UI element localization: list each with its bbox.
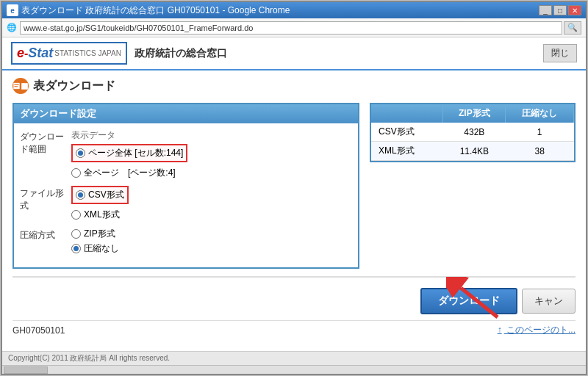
format-options: CSV形式 XML形式 (71, 186, 352, 223)
site-header: e - Stat STATISTICS JAPAN 政府統計の総合窓口 閉じ (2, 37, 586, 70)
page-top-text: このページのト... (506, 325, 576, 335)
size-col-type (371, 104, 443, 123)
button-row: ダウンロード キャン (12, 285, 576, 317)
page-top-link[interactable]: ↑ このページのト... (498, 324, 576, 336)
format-option1[interactable]: CSV形式 (71, 186, 129, 204)
address-input[interactable] (20, 21, 562, 35)
range-row: ダウンロード範囲 表示データ ページ全体 [セル数:144] 全ページ [ページ… (20, 129, 352, 181)
format-row: ファイル形式 CSV形式 XML形式 (20, 186, 352, 223)
scrollbar-thumb[interactable] (4, 366, 48, 374)
main-columns: ダウンロード設定 ダウンロード範囲 表示データ ページ全体 [セル数:144] (12, 103, 576, 269)
size-zip-csv: 432B (443, 123, 506, 142)
logo-stat: Stat (28, 46, 53, 61)
browser-icon: e (7, 4, 18, 16)
size-table: ZIP形式 圧縮なし CSV形式 432B 1 XML形式 (371, 104, 574, 161)
range-radio2[interactable] (71, 168, 81, 178)
footer-id: GH07050101 (12, 325, 65, 336)
range-section-label: 表示データ (71, 129, 352, 142)
size-type-xml: XML形式 (371, 142, 443, 161)
title-bar: e 表ダウンロード 政府統計の総合窓口 GH07050101 - Google … (2, 2, 586, 18)
size-row-xml: XML形式 11.4KB 38 (371, 142, 574, 161)
logo-subtitle: STATISTICS JAPAN (54, 49, 121, 57)
header-close-button[interactable]: 閉じ (543, 44, 577, 62)
scrollbar-horizontal[interactable] (2, 365, 586, 374)
download-panel-header: ダウンロード設定 (14, 104, 358, 123)
range-option2[interactable]: 全ページ [ページ数:4] (71, 167, 352, 179)
format-option2[interactable]: XML形式 (71, 209, 352, 221)
range-options: 表示データ ページ全体 [セル数:144] 全ページ [ページ数:4] (71, 129, 352, 181)
cancel-button[interactable]: キャン (522, 289, 576, 314)
copyright-text: Copyright(C) 2011 政府統計局 All rights reser… (8, 354, 170, 362)
address-bar: 🌐 🔍 (2, 18, 586, 37)
page-title-row: 表ダウンロード (12, 78, 576, 94)
size-col-nozip: 圧縮なし (506, 104, 574, 123)
close-button[interactable]: ✕ (568, 5, 581, 15)
page-icon: 🌐 (7, 23, 17, 32)
compress-option1[interactable]: ZIP形式 (71, 228, 352, 240)
download-panel-body: ダウンロード範囲 表示データ ページ全体 [セル数:144] 全ページ [ページ… (14, 123, 358, 267)
compress-option1-label: ZIP形式 (84, 228, 115, 240)
size-panel: ZIP形式 圧縮なし CSV形式 432B 1 XML形式 (370, 103, 576, 162)
site-title: 政府統計の総合窓口 (135, 47, 227, 60)
download-panel: ダウンロード設定 ダウンロード範囲 表示データ ページ全体 [セル数:144] (12, 103, 359, 269)
range-option2-label: 全ページ [ページ数:4] (84, 167, 176, 179)
format-option2-label: XML形式 (84, 209, 120, 221)
size-col-zip: ZIP形式 (443, 104, 506, 123)
page-area: 表ダウンロード ダウンロード設定 ダウンロード範囲 表示データ (2, 70, 586, 351)
copyright-bar: Copyright(C) 2011 政府統計局 All rights reser… (2, 351, 586, 365)
svg-rect-0 (14, 83, 20, 89)
page-title: 表ダウンロード (33, 79, 115, 94)
size-zip-xml: 11.4KB (443, 142, 506, 161)
maximize-button[interactable]: □ (553, 5, 567, 15)
compress-radio1[interactable] (71, 229, 81, 239)
size-nozip-csv: 1 (506, 123, 574, 142)
window-controls: _ □ ✕ (539, 5, 581, 15)
range-option1[interactable]: ページ全体 [セル数:144] (71, 144, 187, 162)
browser-content: e - Stat STATISTICS JAPAN 政府統計の総合窓口 閉じ 表… (2, 37, 586, 374)
size-type-csv: CSV形式 (371, 123, 443, 142)
window-title: 表ダウンロード 政府統計の総合窓口 GH07050101 - Google Ch… (21, 4, 539, 17)
format-radio1[interactable] (76, 190, 85, 200)
browser-window: e 表ダウンロード 政府統計の総合窓口 GH07050101 - Google … (1, 1, 587, 375)
range-label: ダウンロード範囲 (20, 129, 71, 156)
logo-area: e - Stat STATISTICS JAPAN 政府統計の総合窓口 (11, 42, 227, 65)
page-title-icon (12, 78, 29, 94)
arrow-up-icon: ↑ (498, 325, 502, 335)
compress-option2-label: 圧縮なし (84, 242, 119, 255)
minimize-button[interactable]: _ (539, 5, 552, 15)
size-nozip-xml: 38 (506, 142, 574, 161)
compress-row: 圧縮方式 ZIP形式 圧縮なし (20, 228, 352, 257)
format-label: ファイル形式 (20, 186, 71, 212)
logo-e: e (17, 46, 24, 61)
footer: GH07050101 ↑ このページのト... (12, 320, 576, 339)
logo-box: e - Stat STATISTICS JAPAN (11, 42, 127, 65)
compress-option2[interactable]: 圧縮なし (71, 242, 352, 255)
format-radio2[interactable] (71, 210, 81, 220)
size-table-body: CSV形式 432B 1 XML形式 11.4KB 38 (371, 123, 574, 161)
format-option1-label: CSV形式 (88, 189, 124, 201)
address-search-button[interactable]: 🔍 (564, 21, 581, 35)
compress-label: 圧縮方式 (20, 228, 71, 242)
red-arrow-annotation (446, 277, 505, 321)
compress-radio2[interactable] (71, 244, 81, 253)
range-radio1[interactable] (76, 148, 85, 158)
compress-options: ZIP形式 圧縮なし (71, 228, 352, 257)
range-option1-label: ページ全体 [セル数:144] (88, 147, 183, 159)
size-row-csv: CSV形式 432B 1 (371, 123, 574, 142)
